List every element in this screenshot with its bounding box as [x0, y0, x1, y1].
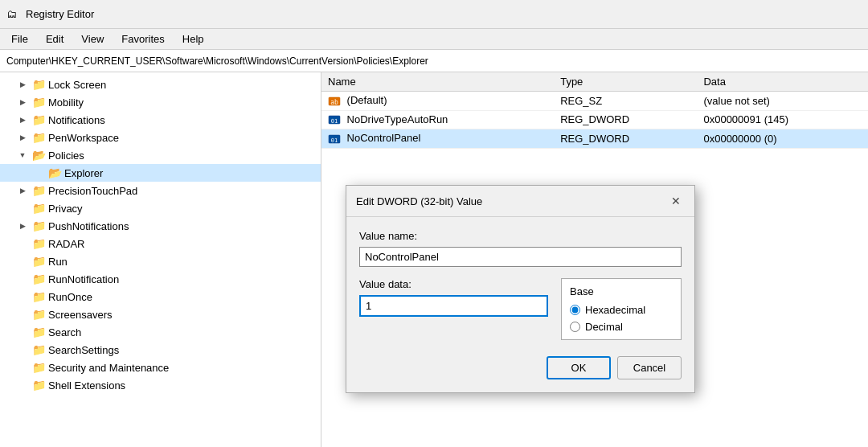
folder-icon: 📁	[32, 113, 45, 126]
folder-icon: 📁	[32, 237, 45, 250]
toggle-icon	[16, 290, 29, 303]
base-radio-group: Hexadecimal Decimal	[570, 304, 673, 333]
tree-item-penworkspace[interactable]: ▶ 📁 PenWorkspace	[0, 129, 321, 146]
tree-item-explorer[interactable]: 📂 Explorer	[0, 164, 321, 182]
toggle-icon	[16, 237, 29, 250]
tree-label: Security and Maintenance	[48, 362, 169, 374]
menu-favorites[interactable]: Favorites	[113, 31, 172, 47]
tree-item-mobility[interactable]: ▶ 📁 Mobility	[0, 93, 321, 111]
col-name: Name	[321, 72, 554, 92]
folder-icon: 📂	[32, 149, 45, 162]
table-row[interactable]: 01 NoControlPanel REG_DWORD 0x00000000 (…	[321, 129, 868, 149]
menu-help[interactable]: Help	[174, 31, 212, 47]
table-row[interactable]: ab (Default) REG_SZ (value not set)	[321, 92, 868, 111]
toggle-icon[interactable]: ▶	[16, 184, 29, 197]
folder-icon: 📁	[32, 131, 45, 144]
reg-name: 01 NoDriveTypeAutoRun	[321, 110, 554, 129]
folder-icon: 📁	[32, 184, 45, 197]
toggle-icon[interactable]: ▶	[16, 131, 29, 144]
tree-item-run[interactable]: 📁 Run	[0, 252, 321, 270]
col-data: Data	[697, 72, 868, 92]
folder-icon: 📁	[32, 379, 45, 392]
toggle-icon	[16, 308, 29, 321]
folder-icon: 📁	[32, 308, 45, 321]
tree-label: PrecisionTouchPad	[48, 185, 137, 197]
dialog-titlebar: Edit DWORD (32-bit) Value ✕	[346, 186, 694, 217]
menu-view[interactable]: View	[73, 31, 112, 47]
radio-decimal[interactable]: Decimal	[570, 321, 673, 333]
tree-item-radar[interactable]: 📁 RADAR	[0, 235, 321, 252]
menu-edit[interactable]: Edit	[38, 31, 72, 47]
address-bar: Computer\HKEY_CURRENT_USER\Software\Micr…	[0, 50, 868, 72]
tree-item-run-once[interactable]: 📁 RunOnce	[0, 288, 321, 306]
toggle-icon	[16, 273, 29, 285]
svg-text:01: 01	[331, 118, 338, 125]
app-icon: 🗂	[6, 8, 19, 21]
radio-hexadecimal[interactable]: Hexadecimal	[570, 304, 673, 316]
dialog-body: Value name: Value data: Base Hexadecimal…	[346, 217, 694, 392]
value-name-label: Value name:	[359, 230, 682, 242]
tree-item-search[interactable]: 📁 Search	[0, 323, 321, 341]
tree-item-precision-touchpad[interactable]: ▶ 📁 PrecisionTouchPad	[0, 182, 321, 199]
value-data-input[interactable]	[359, 295, 548, 317]
toggle-icon	[16, 361, 29, 374]
tree-label: PushNotifications	[48, 220, 129, 232]
tree-item-shell-extensions[interactable]: 📁 Shell Extensions	[0, 376, 321, 394]
radio-hex-label: Hexadecimal	[585, 304, 645, 316]
tree-label: RADAR	[48, 238, 85, 250]
tree-item-notifications[interactable]: ▶ 📁 Notifications	[0, 111, 321, 129]
reg-data: (value not set)	[697, 92, 868, 111]
radio-hex-input[interactable]	[570, 305, 580, 315]
menu-file[interactable]: File	[3, 31, 36, 47]
tree-item-search-settings[interactable]: 📁 SearchSettings	[0, 341, 321, 359]
tree-label: Search	[48, 326, 81, 338]
value-data-label: Value data:	[359, 278, 548, 290]
toggle-icon	[32, 166, 45, 179]
reg-data: 0x00000091 (145)	[697, 110, 868, 129]
toggle-icon[interactable]: ▼	[16, 149, 29, 162]
reg-name: ab (Default)	[321, 92, 554, 111]
base-section: Base Hexadecimal Decimal	[561, 278, 682, 340]
tree-label: Policies	[48, 150, 84, 162]
tree-item-lock-screen[interactable]: ▶ 📁 Lock Screen	[0, 76, 321, 93]
tree-item-push-notifications[interactable]: ▶ 📁 PushNotifications	[0, 217, 321, 235]
svg-text:01: 01	[331, 137, 338, 144]
tree-label: Notifications	[48, 114, 105, 126]
folder-icon: 📁	[32, 326, 45, 338]
toggle-icon[interactable]: ▶	[16, 96, 29, 109]
registry-table: Name Type Data ab (Default) REG_SZ (valu…	[321, 72, 868, 149]
table-row[interactable]: 01 NoDriveTypeAutoRun REG_DWORD 0x000000…	[321, 110, 868, 129]
dialog-close-button[interactable]: ✕	[667, 192, 685, 210]
dialog-title: Edit DWORD (32-bit) Value	[356, 195, 482, 207]
radio-dec-input[interactable]	[570, 322, 580, 332]
dialog-row: Value data: Base Hexadecimal Decimal	[359, 278, 682, 340]
col-type: Type	[554, 72, 697, 92]
base-title: Base	[570, 285, 673, 297]
reg-type: REG_DWORD	[554, 110, 697, 129]
tree-label: Lock Screen	[48, 79, 106, 91]
dialog-buttons: OK Cancel	[359, 356, 682, 379]
radio-dec-label: Decimal	[585, 321, 623, 333]
toggle-icon	[16, 379, 29, 392]
folder-icon: 📁	[32, 78, 45, 91]
tree-item-screensavers[interactable]: 📁 Screensavers	[0, 306, 321, 323]
toggle-icon[interactable]: ▶	[16, 113, 29, 126]
toggle-icon[interactable]: ▶	[16, 78, 29, 91]
edit-dword-dialog: Edit DWORD (32-bit) Value ✕ Value name: …	[346, 185, 695, 393]
svg-text:ab: ab	[330, 99, 338, 106]
tree-item-policies[interactable]: ▼ 📂 Policies	[0, 146, 321, 164]
toggle-icon	[16, 202, 29, 215]
tree-item-security-maintenance[interactable]: 📁 Security and Maintenance	[0, 359, 321, 376]
tree-item-run-notification[interactable]: 📁 RunNotification	[0, 270, 321, 288]
reg-name: 01 NoControlPanel	[321, 129, 554, 149]
toggle-icon[interactable]: ▶	[16, 219, 29, 232]
ok-button[interactable]: OK	[547, 356, 611, 379]
tree-panel[interactable]: ▶ 📁 Lock Screen ▶ 📁 Mobility ▶ 📁 Notific…	[0, 72, 321, 447]
value-name-input[interactable]	[359, 247, 682, 267]
tree-label: Run	[48, 256, 68, 268]
toggle-icon	[16, 326, 29, 338]
value-data-section: Value data:	[359, 278, 548, 340]
cancel-button[interactable]: Cancel	[617, 356, 682, 379]
tree-item-privacy[interactable]: 📁 Privacy	[0, 199, 321, 217]
folder-icon: 📁	[32, 290, 45, 303]
